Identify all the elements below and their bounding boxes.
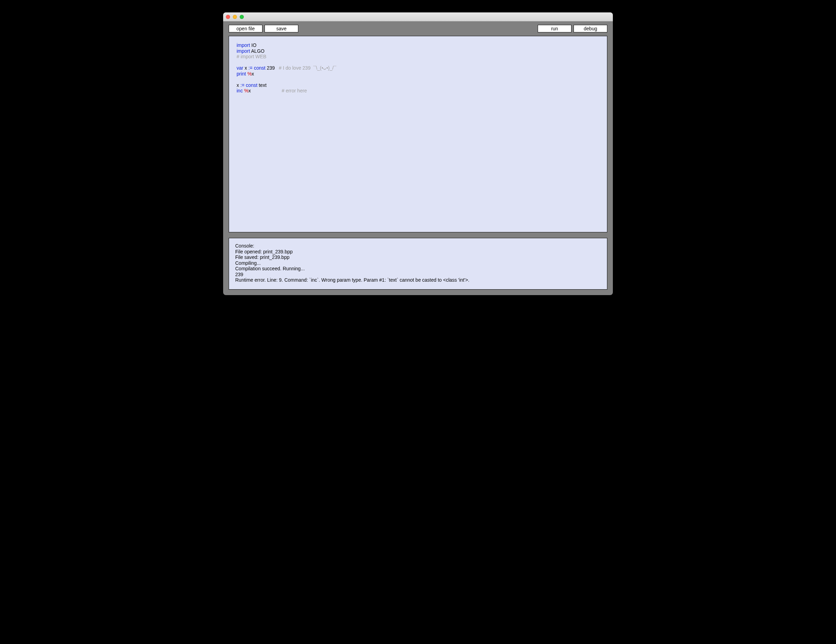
code-line[interactable]: inc %x # error here <box>237 88 599 94</box>
code-line[interactable] <box>237 60 599 65</box>
code-editor[interactable]: import IOimport ALGO# import WEB var x :… <box>229 36 607 232</box>
code-line[interactable]: # import WEB <box>237 54 599 60</box>
code-token-tx: x <box>248 88 281 93</box>
close-icon[interactable] <box>226 15 230 19</box>
code-token-tx: x <box>252 71 254 77</box>
minimize-icon[interactable] <box>233 15 237 19</box>
code-line[interactable]: var x := const 239 # I do love 239 ¯\_(•… <box>237 65 599 71</box>
code-token-tx: x <box>237 82 240 88</box>
console-line: 239 <box>235 272 601 277</box>
code-token-pct: % <box>247 71 251 77</box>
code-token-tx: 239 <box>266 65 279 71</box>
code-line[interactable]: x := const text <box>237 82 599 88</box>
code-token-kw: := const <box>248 65 265 71</box>
code-line[interactable]: import IO <box>237 42 599 48</box>
code-token-tx: ALGO <box>250 48 265 54</box>
code-line[interactable]: print %x <box>237 71 599 77</box>
editor-container: import IOimport ALGO# import WEB var x :… <box>223 36 613 236</box>
console-line: Runtime error. Line: 9. Command: `inc`. … <box>235 277 601 283</box>
save-button[interactable]: save <box>265 25 298 33</box>
toolbar-spacer <box>300 25 536 33</box>
console-line: Compiling... <box>235 260 601 266</box>
run-button[interactable]: run <box>538 25 571 33</box>
code-token-tx: IO <box>250 42 256 48</box>
console-line: File saved: print_239.bpp <box>235 254 601 260</box>
code-token-cm: # I do love 239 ¯\_(•ᴗ•)_/¯ <box>279 65 336 71</box>
console-container: Console:File opened: print_239.bppFile s… <box>223 236 613 295</box>
code-line[interactable]: import ALGO <box>237 48 599 54</box>
code-token-cm: # error here <box>282 88 307 93</box>
console-line: Console: <box>235 243 601 249</box>
console-output: Console:File opened: print_239.bppFile s… <box>229 238 607 290</box>
code-token-kw: var <box>237 65 243 71</box>
open-file-button[interactable]: open file <box>229 25 263 33</box>
console-line: Compilation succeed. Running... <box>235 266 601 272</box>
toolbar: open file save run debug <box>223 21 613 36</box>
code-token-tx: text <box>257 82 266 88</box>
code-token-kw: inc <box>237 88 243 93</box>
zoom-icon[interactable] <box>240 15 244 19</box>
code-token-tx: x <box>243 65 248 71</box>
code-line[interactable] <box>237 77 599 82</box>
code-token-kw: import <box>237 48 250 54</box>
console-line: File opened: print_239.bpp <box>235 249 601 255</box>
code-token-kw: print <box>237 71 246 77</box>
app-window: open file save run debug import IOimport… <box>223 12 613 295</box>
code-token-kw: := const <box>240 82 257 88</box>
debug-button[interactable]: debug <box>573 25 607 33</box>
code-token-kw: import <box>237 42 250 48</box>
titlebar <box>223 12 613 21</box>
code-token-cm: # import WEB <box>237 54 266 59</box>
code-token-pct: % <box>244 88 248 93</box>
